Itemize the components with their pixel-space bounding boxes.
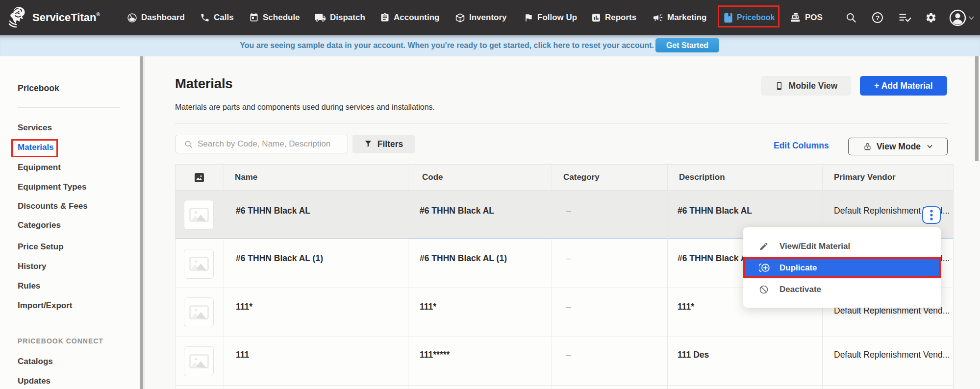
- svg-text:?: ?: [876, 14, 879, 22]
